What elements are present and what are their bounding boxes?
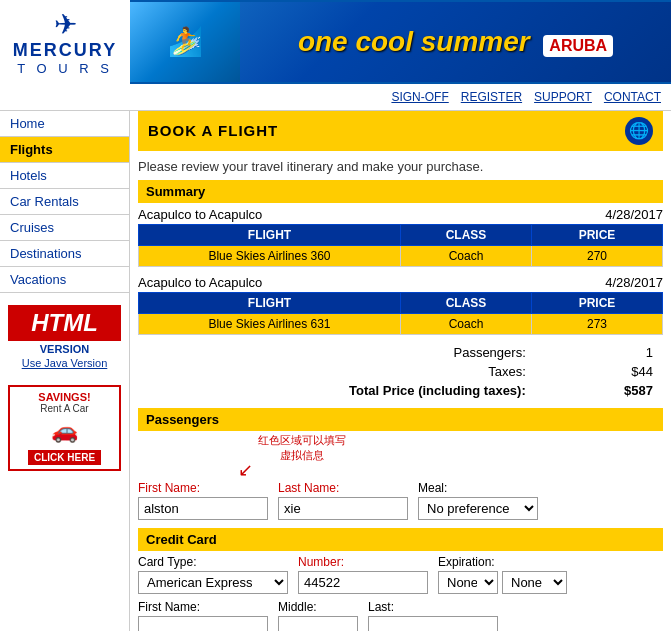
col-price-1: PRICE	[532, 224, 663, 245]
contact-link[interactable]: CONTACT	[600, 88, 665, 106]
click-here-button[interactable]: CLICK HERE	[28, 450, 101, 465]
register-link[interactable]: REGISTER	[457, 88, 526, 106]
expiration-label: Expiration:	[438, 555, 567, 569]
col-flight-1: FLIGHT	[139, 224, 401, 245]
flight-row-1: Blue Skies Airlines 360 Coach 270	[139, 245, 663, 266]
version-label: VERSION	[8, 343, 121, 355]
segment-2-route: Acapulco to Acapulco	[138, 275, 262, 290]
col-class-2: CLASS	[401, 292, 532, 313]
banner-content: 🏄 one cool summer ARUBA	[130, 2, 671, 82]
plane-icon: ✈	[13, 8, 117, 41]
globe-icon: 🌐	[625, 117, 653, 145]
segment-2-title: Acapulco to Acapulco 4/28/2017	[138, 275, 663, 290]
logo-name: MERCURY	[13, 41, 117, 61]
price-2: 273	[532, 313, 663, 334]
segment-2-date: 4/28/2017	[605, 275, 663, 290]
airline-1: Blue Skies Airlines 360	[139, 245, 401, 266]
col-class-1: CLASS	[401, 224, 532, 245]
sidebar-item-vacations[interactable]: Vacations	[0, 267, 129, 293]
sidebar-item-home[interactable]: Home	[0, 111, 129, 137]
meal-select[interactable]: No preference Vegetarian Vegan Kosher Ha…	[418, 497, 538, 520]
price-1: 270	[532, 245, 663, 266]
last-name-label: Last Name:	[278, 481, 408, 495]
flight-table-1: FLIGHT CLASS PRICE Blue Skies Airlines 3…	[138, 224, 663, 267]
banner-text: one cool summer ARUBA	[240, 26, 671, 58]
logo: ✈ MERCURY T O U R S	[5, 0, 125, 84]
flight-segment-1: Acapulco to Acapulco 4/28/2017 FLIGHT CL…	[138, 207, 663, 267]
card-type-group: Card Type: American Express Visa MasterC…	[138, 555, 288, 594]
header: ✈ MERCURY T O U R S 🏄 one cool summer AR…	[0, 0, 671, 84]
class-2: Coach	[401, 313, 532, 334]
cc-row-1: Card Type: American Express Visa MasterC…	[138, 555, 663, 594]
taxes-label: Taxes:	[138, 362, 532, 381]
credit-card-section: Credit Card Card Type: American Express …	[138, 528, 663, 631]
cc-middle-input[interactable]	[278, 616, 358, 631]
java-link[interactable]: Use Java Version	[8, 357, 121, 369]
total-price-row: Total Price (including taxes): $587	[138, 381, 663, 400]
segment-1-title: Acapulco to Acapulco 4/28/2017	[138, 207, 663, 222]
sidebar-item-cruises[interactable]: Cruises	[0, 215, 129, 241]
summary-header: Summary	[138, 180, 663, 203]
card-type-select[interactable]: American Express Visa MasterCard Discove…	[138, 571, 288, 594]
first-name-input[interactable]	[138, 497, 268, 520]
total-label: Total Price (including taxes):	[138, 381, 532, 400]
cc-last-group: Last:	[368, 600, 498, 631]
sidebar-item-destinations[interactable]: Destinations	[0, 241, 129, 267]
aruba-logo: ARUBA	[543, 35, 613, 57]
passengers-value: 1	[532, 343, 663, 362]
flight-segment-2: Acapulco to Acapulco 4/28/2017 FLIGHT CL…	[138, 275, 663, 335]
cc-middle-group: Middle:	[278, 600, 358, 631]
cc-last-input[interactable]	[368, 616, 498, 631]
html-badge-text: HTML	[8, 305, 121, 341]
cc-last-label: Last:	[368, 600, 498, 614]
passenger-name-row: First Name: Last Name: Meal: No preferen…	[138, 481, 663, 520]
cc-first-name-input[interactable]	[138, 616, 268, 631]
sidebar-item-flights[interactable]: Flights	[0, 137, 129, 163]
main-layout: Home Flights Hotels Car Rentals Cruises …	[0, 111, 671, 631]
cc-name-row: First Name: Middle: Last:	[138, 600, 663, 631]
book-title: BOOK A FLIGHT	[148, 122, 278, 139]
nav-bar: SIGN-OFF REGISTER SUPPORT CONTACT	[0, 84, 671, 111]
sidebar-item-car-rentals[interactable]: Car Rentals	[0, 189, 129, 215]
first-name-label: First Name:	[138, 481, 268, 495]
expiration-group: Expiration: None 010203 040506 070809 10…	[438, 555, 567, 594]
banner-tagline: one cool summer	[298, 26, 530, 57]
cc-section-header: Credit Card	[138, 528, 663, 551]
taxes-value: $44	[532, 362, 663, 381]
passengers-section-header: Passengers	[138, 408, 663, 431]
cc-middle-label: Middle:	[278, 600, 358, 614]
exp-year-select[interactable]: None 2017 2018 2019 2020	[502, 571, 567, 594]
logo-tours: T O U R S	[13, 61, 117, 76]
col-price-2: PRICE	[532, 292, 663, 313]
meal-group: Meal: No preference Vegetarian Vegan Kos…	[418, 481, 538, 520]
sidebar-menu: Home Flights Hotels Car Rentals Cruises …	[0, 111, 129, 293]
exp-month-select[interactable]: None 010203 040506 070809 101112	[438, 571, 498, 594]
logo-area: ✈ MERCURY T O U R S	[0, 0, 130, 84]
sidebar-item-hotels[interactable]: Hotels	[0, 163, 129, 189]
banner-image: 🏄	[130, 2, 240, 82]
last-name-input[interactable]	[278, 497, 408, 520]
last-name-group: Last Name:	[278, 481, 408, 520]
book-header: BOOK A FLIGHT 🌐	[138, 111, 663, 151]
sidebar: Home Flights Hotels Car Rentals Cruises …	[0, 111, 130, 631]
card-number-group: Number:	[298, 555, 428, 594]
html-version-badge: HTML VERSION Use Java Version	[0, 297, 129, 377]
first-name-group: First Name:	[138, 481, 268, 520]
flight-row-2: Blue Skies Airlines 631 Coach 273	[139, 313, 663, 334]
card-number-input[interactable]	[298, 571, 428, 594]
passengers-section: Passengers 红色区域可以填写 虚拟信息 ↙ First Name:	[138, 408, 663, 520]
flight-table-2: FLIGHT CLASS PRICE Blue Skies Airlines 6…	[138, 292, 663, 335]
intro-text: Please review your travel itinerary and …	[138, 159, 663, 174]
content-area: BOOK A FLIGHT 🌐 Please review your trave…	[130, 111, 671, 631]
support-link[interactable]: SUPPORT	[530, 88, 596, 106]
sign-off-link[interactable]: SIGN-OFF	[387, 88, 452, 106]
taxes-row: Taxes: $44	[138, 362, 663, 381]
savings-title: SAVINGS!	[14, 391, 115, 403]
totals-table: Passengers: 1 Taxes: $44 Total Price (in…	[138, 343, 663, 400]
passengers-label: Passengers:	[138, 343, 532, 362]
savings-box[interactable]: SAVINGS! Rent A Car 🚗 CLICK HERE	[8, 385, 121, 471]
segment-1-route: Acapulco to Acapulco	[138, 207, 262, 222]
passengers-row: Passengers: 1	[138, 343, 663, 362]
col-flight-2: FLIGHT	[139, 292, 401, 313]
meal-label: Meal:	[418, 481, 538, 495]
